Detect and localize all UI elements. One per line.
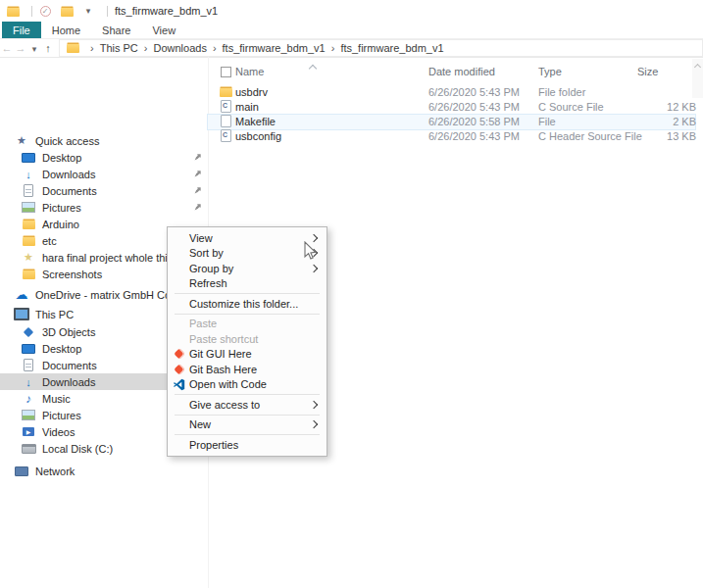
download-arrow-icon [21, 375, 36, 388]
window-title: fts_firmware_bdm_v1 [115, 5, 218, 17]
chevron-right-icon [140, 42, 152, 54]
c-header-file-icon [218, 129, 233, 142]
menu-item-give-access-to[interactable]: Give access to [168, 397, 326, 413]
onedrive-cloud-icon [14, 288, 29, 301]
file-row-makefile[interactable]: Makefile 6/26/2020 5:58 PM File 2 KB [208, 115, 695, 129]
chevron-right-icon [209, 42, 221, 54]
star-icon [21, 251, 36, 264]
pin-icon [193, 186, 202, 195]
network-icon [14, 465, 29, 477]
tab-share[interactable]: Share [91, 22, 141, 38]
menu-separator [175, 293, 320, 294]
chevron-right-icon [86, 42, 98, 54]
sort-ascending-icon [309, 65, 317, 73]
column-header-date-modified[interactable]: Date modified [428, 66, 495, 77]
breadcrumb-folder[interactable]: fts_firmware_bdm_v1 [221, 42, 327, 54]
quick-access-toolbar-dropdown-icon[interactable] [80, 5, 96, 18]
pin-icon [193, 203, 202, 212]
tab-file[interactable]: File [2, 22, 41, 38]
monitor-icon [21, 151, 36, 164]
download-arrow-icon [21, 168, 36, 180]
document-icon [21, 184, 36, 197]
star-icon [14, 134, 29, 147]
menu-separator [175, 394, 320, 395]
tab-view[interactable]: View [141, 22, 186, 38]
file-row-usbdrv[interactable]: usbdrv 6/26/2020 5:43 PM File folder [208, 85, 695, 100]
column-headers: Name Date modified Type Size [208, 61, 695, 82]
menu-separator [175, 415, 320, 416]
title-bar: fts_firmware_bdm_v1 [0, 0, 703, 22]
menu-item-git-gui-here[interactable]: Git GUI Here [168, 347, 326, 363]
submenu-chevron-icon [310, 420, 318, 428]
up-icon[interactable] [41, 42, 55, 54]
quick-access-new-folder-icon[interactable] [59, 5, 75, 18]
disk-icon [21, 442, 36, 455]
document-icon [21, 359, 36, 371]
folder-icon [21, 218, 36, 230]
column-header-type[interactable]: Type [538, 66, 562, 77]
forward-icon[interactable] [14, 42, 27, 54]
monitor-icon [21, 342, 36, 355]
picture-icon [21, 201, 36, 214]
quick-access-properties-icon[interactable] [37, 5, 53, 18]
git-icon [173, 363, 185, 375]
sidebar-item-quick-access[interactable]: Quick access [0, 132, 208, 149]
sidebar-item-network[interactable]: Network [0, 463, 208, 479]
file-icon [218, 115, 233, 127]
menu-item-paste: Paste [168, 317, 326, 332]
picture-icon [21, 409, 36, 421]
back-icon[interactable] [0, 42, 14, 54]
pin-icon [193, 153, 202, 162]
menu-item-properties[interactable]: Properties [168, 437, 326, 453]
breadcrumb-downloads[interactable]: Downloads [151, 42, 208, 54]
recent-locations-icon[interactable] [27, 42, 41, 54]
select-all-checkbox[interactable] [221, 67, 231, 77]
address-bar: This PC Downloads fts_firmware_bdm_v1 ft… [0, 39, 703, 56]
sidebar-item-downloads-pinned[interactable]: Downloads [0, 166, 208, 182]
git-icon [173, 348, 185, 361]
menu-separator [175, 434, 320, 435]
divider [107, 6, 108, 17]
menu-separator [175, 314, 320, 315]
vscode-icon [173, 378, 185, 391]
folder-icon [21, 234, 36, 247]
folder-icon [65, 41, 80, 54]
file-row-main[interactable]: main 6/26/2020 5:43 PM C Source File 12 … [208, 100, 695, 115]
menu-item-paste-shortcut: Paste shortcut [168, 331, 326, 347]
menu-item-git-bash-here[interactable]: Git Bash Here [168, 362, 326, 377]
column-header-name[interactable]: Name [235, 66, 264, 77]
breadcrumb[interactable]: This PC Downloads fts_firmware_bdm_v1 ft… [59, 39, 703, 57]
submenu-chevron-icon [310, 265, 318, 272]
computer-icon [14, 308, 29, 320]
sidebar-item-documents-pinned[interactable]: Documents [0, 182, 208, 199]
folder-icon [218, 85, 233, 98]
menu-item-new[interactable]: New [168, 417, 326, 433]
chevron-right-icon [327, 42, 339, 54]
breadcrumb-folder-current[interactable]: fts_firmware_bdm_v1 [338, 42, 445, 54]
video-icon [21, 425, 36, 438]
explorer-window-icon [5, 5, 21, 18]
c-source-file-icon [218, 100, 233, 113]
breadcrumb-this-pc[interactable]: This PC [98, 42, 140, 54]
ribbon-tab-bar: File Home Share View [0, 22, 703, 38]
mouse-cursor [303, 241, 319, 265]
file-row-usbconfig[interactable]: usbconfig 6/26/2020 5:43 PM C Header Sou… [208, 129, 695, 144]
tab-home[interactable]: Home [41, 22, 91, 38]
menu-item-refresh[interactable]: Refresh [168, 276, 326, 292]
folder-icon [21, 268, 36, 280]
submenu-chevron-icon [310, 401, 318, 409]
pin-icon [193, 170, 202, 178]
column-header-size[interactable]: Size [637, 66, 658, 77]
music-note-icon [21, 392, 36, 405]
divider [31, 6, 32, 17]
cube-icon [21, 325, 36, 338]
menu-item-customize-this-folder[interactable]: Customize this folder... [168, 296, 326, 312]
menu-item-open-with-code[interactable]: Open with Code [168, 377, 326, 393]
sidebar-item-desktop-pinned[interactable]: Desktop [0, 149, 208, 166]
sidebar-item-pictures-pinned[interactable]: Pictures [0, 199, 208, 216]
